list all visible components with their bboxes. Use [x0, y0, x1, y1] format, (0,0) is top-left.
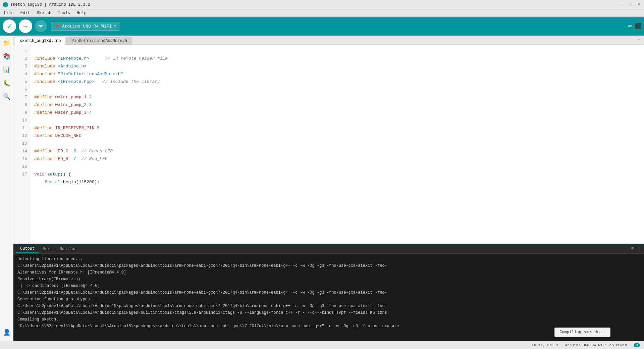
- line-num-4: 4: [13, 70, 27, 78]
- status-position: Ln 12, Col 1: [532, 343, 558, 347]
- debug-button[interactable]: ⏷: [35, 20, 47, 32]
- output-line: Detecting libraries used...: [17, 256, 640, 262]
- side-icon-chart[interactable]: 📊: [2, 65, 11, 74]
- toolbar-right: ≈ ⬛: [628, 22, 641, 30]
- side-icon-debug[interactable]: 🐛: [2, 79, 11, 88]
- line-num-3: 3: [13, 62, 27, 70]
- upload-button[interactable]: →: [19, 19, 32, 33]
- output-tab-serial-monitor[interactable]: Serial Monitor: [39, 245, 80, 253]
- output-line: C:\Users\52pidev1\AppData\Local\Arduino1…: [17, 309, 640, 316]
- output-tab-output[interactable]: Output: [16, 245, 39, 253]
- output-tab-right: ≡ ⋮: [631, 246, 641, 252]
- status-board: Arduino UNO R4 WiFi on COM19: [565, 343, 627, 347]
- side-icon-folder[interactable]: 📁: [2, 38, 11, 48]
- line-num-6: 6: [13, 86, 27, 93]
- output-options-icon[interactable]: ⋮: [637, 246, 641, 252]
- app-icon: ⬤: [3, 1, 8, 8]
- toolbar: ✓ → ⏷ 📌 Arduino UNO R4 WiFi ▾ ≈ ⬛: [0, 17, 644, 36]
- line-num-13: 13: [13, 140, 27, 147]
- output-line: "C:\\Users\\52pidev1\\AppData\\Local\\Ar…: [17, 323, 640, 330]
- title-bar-title: ⬤ sketch_aug13d | Arduino IDE 2.3.2: [3, 1, 90, 8]
- menu-sketch[interactable]: Sketch: [34, 10, 54, 16]
- output-line: C:\Users\52pidev1\AppData\Local\Arduino1…: [17, 262, 640, 269]
- side-icon-book[interactable]: 📚: [2, 52, 11, 61]
- line-num-14: 14: [13, 147, 27, 155]
- tab-sketch[interactable]: sketch_aug13d.ino: [15, 37, 66, 45]
- status-bar: Ln 12, Col 1 Arduino UNO R4 WiFi on COM1…: [0, 341, 644, 349]
- menu-file[interactable]: File: [1, 10, 16, 16]
- tab-menu-button[interactable]: ⋯: [635, 35, 644, 45]
- board-pin-icon: 📌: [55, 23, 60, 29]
- maximize-button[interactable]: □: [628, 2, 633, 7]
- side-icons: 📁 📚 📊 🐛 🔍 👤: [0, 36, 13, 341]
- board-dropdown-icon: ▾: [114, 23, 116, 29]
- line-num-11: 11: [13, 124, 27, 132]
- status-notifications: 3: [634, 343, 640, 347]
- title-text: sketch_aug13d | Arduino IDE 2.3.2: [10, 2, 90, 7]
- output-line: Generating function prototypes...: [17, 296, 640, 303]
- verify-button[interactable]: ✓: [3, 19, 16, 33]
- minimize-button[interactable]: ─: [620, 2, 625, 7]
- line-num-10: 10: [13, 116, 27, 124]
- serial-monitor-icon[interactable]: ⬛: [635, 23, 641, 30]
- output-content[interactable]: Detecting libraries used...C:\Users\52pi…: [13, 254, 644, 341]
- output-tabs: Output Serial Monitor ≡ ⋮: [13, 244, 644, 254]
- line-num-7: 7: [13, 93, 27, 101]
- tab-pindefs[interactable]: PinDefinitionsAndMore.h: [66, 37, 132, 45]
- board-selector[interactable]: 📌 Arduino UNO R4 WiFi ▾: [51, 22, 120, 31]
- line-num-17: 17: [13, 170, 27, 178]
- output-collapse-icon[interactable]: ≡: [631, 246, 634, 252]
- output-line: Alternatives for IRremote.h: [IRremote@4…: [17, 269, 640, 276]
- line-num-8: 8: [13, 101, 27, 109]
- board-label: Arduino UNO R4 WiFi: [62, 24, 112, 29]
- code-editor[interactable]: 1 2 3 4 5 6 7 8 9 10 11 12 13 14 15 16 1…: [13, 45, 644, 244]
- line-num-15: 15: [13, 155, 27, 163]
- line-num-2: 2: [13, 55, 27, 62]
- line-num-5: 5: [13, 78, 27, 86]
- menu-tools[interactable]: Tools: [55, 10, 73, 16]
- window-controls[interactable]: ─ □ ✕: [620, 2, 641, 7]
- menu-edit[interactable]: Edit: [18, 10, 33, 16]
- output-line: C:\Users\52pidev1\AppData\Local\Arduino1…: [17, 303, 640, 309]
- output-line: | -> candidates: [IRremote@4.4.0]: [17, 283, 640, 289]
- close-button[interactable]: ✕: [636, 2, 641, 7]
- line-num-1: 1: [13, 47, 27, 55]
- side-icon-search[interactable]: 🔍: [2, 92, 11, 101]
- menu-bar: File Edit Sketch Tools Help: [0, 9, 644, 17]
- compile-tooltip-text: Compiling sketch...: [559, 330, 605, 335]
- title-bar: ⬤ sketch_aug13d | Arduino IDE 2.3.2 ─ □ …: [0, 0, 644, 9]
- output-line: Compiling sketch...: [17, 316, 640, 323]
- line-num-9: 9: [13, 109, 27, 116]
- line-num-12: 12: [13, 132, 27, 140]
- menu-help[interactable]: Help: [74, 10, 89, 16]
- output-panel: Output Serial Monitor ≡ ⋮ Detecting libr…: [13, 244, 644, 341]
- line-numbers: 1 2 3 4 5 6 7 8 9 10 11 12 13 14 15 16 1…: [13, 45, 30, 244]
- tabs: sketch_aug13d.ino PinDefinitionsAndMore.…: [13, 36, 644, 45]
- side-icon-user[interactable]: 👤: [2, 328, 11, 337]
- code-content[interactable]: #include <IRremote.h> // IR remote heade…: [30, 45, 644, 244]
- editor-area: sketch_aug13d.ino PinDefinitionsAndMore.…: [13, 36, 644, 341]
- serial-plotter-icon[interactable]: ≈: [628, 22, 632, 30]
- output-line: ResolveLibrary(IRremote.h): [17, 276, 640, 283]
- line-num-16: 16: [13, 163, 27, 170]
- output-line: C:\Users\52pidev1\AppData\Local\Arduino1…: [17, 289, 640, 296]
- compile-tooltip: Compiling sketch...: [554, 328, 610, 337]
- main-layout: 📁 📚 📊 🐛 🔍 👤 sketch_aug13d.ino PinDefinit…: [0, 36, 644, 341]
